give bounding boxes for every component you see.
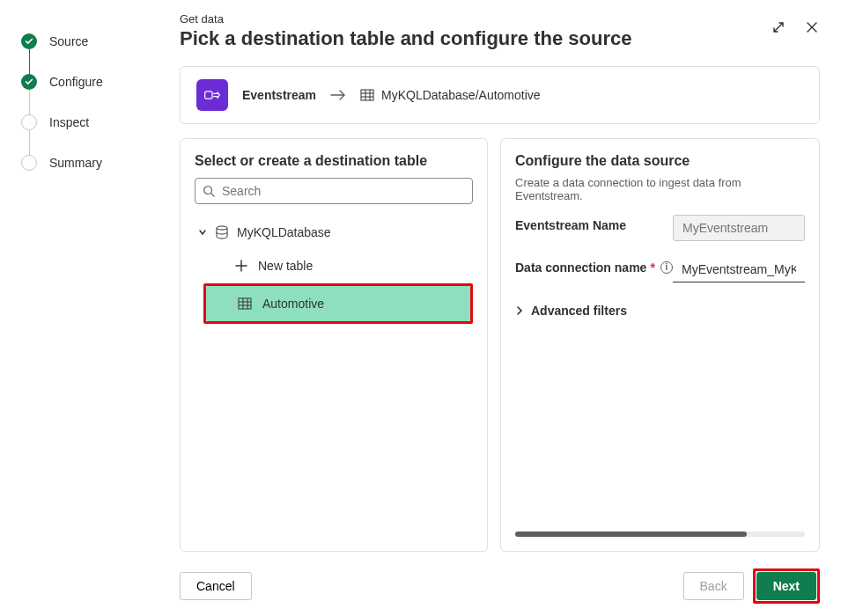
plus-icon — [235, 260, 247, 272]
svg-rect-1 — [361, 90, 373, 100]
cancel-button[interactable]: Cancel — [180, 572, 252, 600]
step-source-label: Source — [49, 34, 88, 48]
database-name: MyKQLDatabase — [237, 225, 331, 239]
database-icon — [216, 225, 228, 239]
step-summary[interactable]: Summary — [21, 143, 159, 183]
destination-table-panel: Select or create a destination table MyK… — [180, 138, 488, 552]
check-icon — [21, 74, 37, 90]
search-input-wrapper[interactable] — [195, 178, 473, 204]
connection-name-input[interactable] — [673, 257, 805, 282]
search-input[interactable] — [222, 184, 465, 198]
expand-icon[interactable] — [771, 19, 786, 35]
svg-point-2 — [204, 187, 212, 194]
step-summary-label: Summary — [49, 156, 102, 170]
advanced-filters-label: Advanced filters — [531, 304, 627, 318]
svg-point-3 — [217, 226, 227, 230]
check-icon — [21, 33, 37, 49]
horizontal-scrollbar[interactable] — [515, 532, 805, 537]
right-panel-subtext: Create a data connection to ingest data … — [515, 176, 805, 202]
step-inspect-label: Inspect — [49, 115, 89, 129]
search-icon — [203, 185, 215, 197]
circle-icon — [21, 114, 37, 130]
connection-name-label: Data connection name — [515, 260, 646, 275]
chevron-down-icon[interactable] — [198, 228, 207, 237]
step-configure-label: Configure — [49, 75, 103, 89]
highlight-next-button: Next — [753, 568, 820, 604]
breadcrumb: Get data — [180, 12, 631, 26]
table-icon — [238, 297, 252, 310]
eventstream-name-label: Eventstream Name — [515, 218, 626, 232]
left-panel-title: Select or create a destination table — [195, 153, 473, 169]
scrollbar-thumb[interactable] — [515, 532, 747, 537]
back-button: Back — [683, 572, 744, 600]
svg-rect-0 — [205, 92, 212, 99]
step-source[interactable]: Source — [21, 21, 159, 62]
highlight-selected-table: Automotive — [203, 283, 473, 324]
chevron-right-icon — [515, 305, 524, 316]
svg-rect-4 — [239, 298, 251, 309]
close-icon[interactable] — [804, 19, 820, 35]
table-row-automotive[interactable]: Automotive — [206, 286, 470, 321]
right-panel-title: Configure the data source — [515, 153, 805, 169]
next-button[interactable]: Next — [756, 572, 816, 600]
new-table-button[interactable]: New table — [203, 248, 473, 283]
eventstream-icon — [196, 79, 228, 111]
wizard-steps: Source Configure Inspect Summary — [0, 0, 159, 616]
table-row-label: Automotive — [262, 297, 324, 311]
eventstream-name-input — [673, 215, 805, 241]
arrow-right-icon — [330, 89, 346, 101]
step-configure[interactable]: Configure — [21, 62, 159, 102]
info-icon[interactable]: i — [660, 261, 673, 274]
page-title: Pick a destination table and configure t… — [180, 27, 631, 50]
database-tree-node[interactable]: MyKQLDatabase — [195, 222, 473, 248]
data-source-config-panel: Configure the data source Create a data … — [500, 138, 820, 552]
step-inspect[interactable]: Inspect — [21, 102, 159, 143]
required-asterisk: * — [650, 260, 654, 275]
new-table-label: New table — [258, 259, 313, 273]
circle-icon — [21, 155, 37, 171]
advanced-filters-toggle[interactable]: Advanced filters — [515, 304, 805, 318]
table-icon — [360, 89, 374, 101]
source-destination-summary: Eventstream MyKQLDatabase/Automotive — [180, 66, 820, 124]
flow-source-label: Eventstream — [242, 88, 316, 102]
flow-destination-label: MyKQLDatabase/Automotive — [381, 88, 541, 102]
